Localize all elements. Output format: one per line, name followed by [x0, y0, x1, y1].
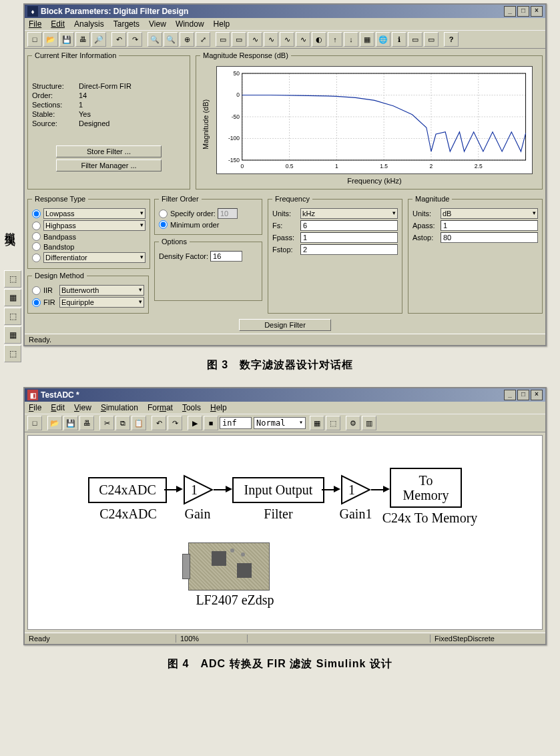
fpass-input[interactable]: 1 — [300, 232, 398, 243]
sim-stoptime-input[interactable]: inf — [220, 417, 252, 429]
iir-radio[interactable] — [32, 286, 41, 295]
coef-icon[interactable]: ▦ — [360, 32, 374, 47]
density-input[interactable]: 16 — [210, 251, 242, 262]
resp-impulse-icon[interactable]: ∿ — [280, 32, 294, 47]
redo-icon[interactable]: ↷ — [127, 32, 142, 47]
sim-run-icon[interactable]: ▶ — [188, 416, 202, 430]
diff-combo[interactable]: Differentiator — [43, 252, 146, 263]
menu-analysis[interactable]: Analysis — [74, 19, 104, 29]
zoom-out-icon[interactable]: 🔍 — [164, 32, 178, 47]
simulink-menu-view[interactable]: View — [74, 403, 91, 412]
side-icon-5[interactable]: ⬚ — [4, 345, 21, 362]
minimize-button[interactable]: _ — [504, 6, 516, 17]
simulink-menu-edit[interactable]: Edit — [51, 403, 65, 412]
save-icon[interactable]: 💾 — [59, 32, 74, 47]
iir-combo[interactable]: Butterworth — [59, 285, 144, 296]
print-preview-icon[interactable]: 🔎 — [91, 32, 106, 47]
simulink-menu-help[interactable]: Help — [210, 403, 227, 412]
filter2-icon[interactable]: ▭ — [424, 32, 439, 47]
sim-build-icon[interactable]: ⚙ — [346, 416, 360, 430]
zoom-x-icon[interactable]: ⊕ — [180, 32, 194, 47]
astop-input[interactable]: 80 — [441, 232, 538, 243]
sim-copy-icon[interactable]: ⧉ — [115, 416, 130, 430]
simulink-close-button[interactable]: × — [531, 390, 543, 400]
menu-help[interactable]: Help — [214, 19, 230, 29]
store-filter-button[interactable]: Store Filter ... — [56, 145, 162, 157]
gain1-block[interactable]: 1 — [340, 474, 371, 505]
sim-cut-icon[interactable]: ✂ — [99, 416, 114, 430]
side-icon-1[interactable]: ⬚ — [4, 270, 21, 288]
bandstop-radio[interactable] — [32, 242, 41, 251]
simulink-minimize-button[interactable]: _ — [504, 390, 516, 400]
simulink-menu-file[interactable]: File — [29, 403, 41, 412]
maximize-button[interactable]: □ — [517, 6, 529, 17]
resp-mag-icon[interactable]: ▭ — [216, 32, 230, 47]
up-icon[interactable]: ↑ — [328, 32, 342, 47]
globe-icon[interactable]: 🌐 — [376, 32, 390, 47]
c24xadc-block[interactable]: C24xADC — [88, 477, 167, 503]
design-filter-button[interactable]: Design Filter — [239, 319, 331, 331]
close-button[interactable]: × — [531, 6, 543, 17]
down-icon[interactable]: ↓ — [344, 32, 358, 47]
simulink-menu-simulation[interactable]: Simulation — [101, 403, 138, 412]
sim-paste-icon[interactable]: 📋 — [131, 416, 146, 430]
menu-edit[interactable]: Edit — [51, 19, 65, 29]
side-icon-4[interactable]: ▦ — [4, 326, 21, 344]
specify-order-input[interactable]: 10 — [218, 208, 238, 219]
resp-phase-icon[interactable]: ▭ — [232, 32, 246, 47]
new-icon[interactable]: □ — [27, 32, 42, 47]
sim-deploy-icon[interactable]: ▥ — [362, 416, 376, 430]
sim-new-icon[interactable]: □ — [27, 416, 42, 430]
highpass-combo[interactable]: Highpass — [43, 220, 146, 231]
freq-units-combo[interactable]: kHz — [300, 208, 398, 219]
diff-radio[interactable] — [32, 254, 41, 262]
specify-order-radio[interactable] — [159, 210, 168, 218]
sim-lib-icon[interactable]: ▦ — [310, 416, 324, 430]
filter-icon[interactable]: ▭ — [408, 32, 423, 47]
sim-print-icon[interactable]: 🖶 — [79, 416, 94, 430]
undo-icon[interactable]: ↶ — [111, 32, 126, 47]
zoom-in-icon[interactable]: 🔍 — [148, 32, 162, 47]
filter-manager-button[interactable]: Filter Manager ... — [56, 159, 162, 171]
ezdsp-block[interactable] — [188, 542, 270, 591]
menu-targets[interactable]: Targets — [113, 19, 139, 29]
help-icon[interactable]: ? — [444, 32, 459, 47]
highpass-radio[interactable] — [32, 222, 41, 230]
minimum-order-radio[interactable] — [159, 220, 168, 229]
mag-units-combo[interactable]: dB — [441, 208, 538, 219]
fstop-input[interactable]: 2 — [300, 244, 398, 255]
side-icon-2[interactable]: ▦ — [4, 289, 21, 306]
filter-block[interactable]: Input Output — [232, 477, 324, 503]
lowpass-radio[interactable] — [32, 210, 41, 218]
resp-magphase-icon[interactable]: ∿ — [248, 32, 262, 47]
fir-combo[interactable]: Equiripple — [59, 297, 144, 308]
sim-mode-combo[interactable]: Normal — [254, 417, 306, 429]
gain-block[interactable]: 1 — [183, 474, 214, 505]
simulink-menu-tools[interactable]: Tools — [182, 403, 201, 412]
sim-model-icon[interactable]: ⬚ — [326, 416, 340, 430]
sim-stop-icon[interactable]: ■ — [204, 416, 218, 430]
menu-window[interactable]: Window — [176, 19, 204, 29]
side-icon-3[interactable]: ⬚ — [4, 308, 21, 325]
simulink-maximize-button[interactable]: □ — [517, 390, 529, 400]
sim-open-icon[interactable]: 📂 — [47, 416, 62, 430]
fir-radio[interactable] — [32, 298, 41, 307]
resp-step-icon[interactable]: ∿ — [296, 32, 310, 47]
zoom-fit-icon[interactable]: ⤢ — [196, 32, 210, 47]
sim-redo-icon[interactable]: ↷ — [168, 416, 182, 430]
menu-view[interactable]: View — [149, 19, 166, 29]
fs-input[interactable]: 6 — [300, 220, 398, 231]
tomemory-block[interactable]: ToMemory — [390, 468, 462, 508]
sim-save-icon[interactable]: 💾 — [63, 416, 78, 430]
resp-group-icon[interactable]: ∿ — [264, 32, 278, 47]
print-icon[interactable]: 🖶 — [75, 32, 90, 47]
bandpass-radio[interactable] — [32, 232, 41, 241]
sim-undo-icon[interactable]: ↶ — [152, 416, 166, 430]
lowpass-combo[interactable]: Lowpass — [43, 208, 146, 219]
apass-input[interactable]: 1 — [441, 220, 538, 231]
info-icon[interactable]: ℹ — [392, 32, 406, 47]
simulink-canvas[interactable]: C24xADC C24xADC 1 Gain Input Output Filt… — [27, 435, 543, 630]
resp-pole-icon[interactable]: ◐ — [312, 32, 326, 47]
simulink-menu-format[interactable]: Format — [148, 403, 173, 412]
menu-file[interactable]: File — [29, 19, 41, 29]
